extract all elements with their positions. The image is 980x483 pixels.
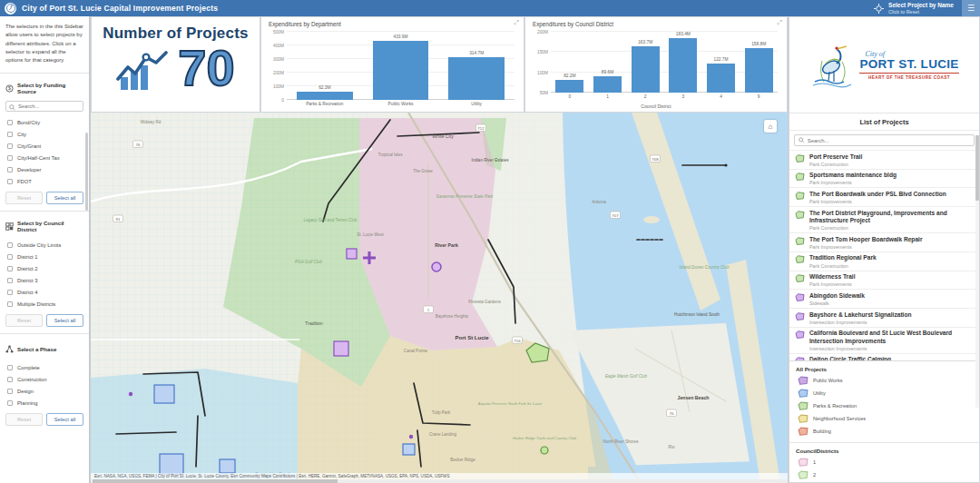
sidebar-scrollbar[interactable] (85, 133, 88, 211)
checkbox[interactable] (7, 167, 13, 172)
project-list-item[interactable]: The Port District Playground, Improvemen… (789, 207, 979, 233)
x-category-label: Utility (471, 102, 482, 106)
legend-item: Parks & Recreation (789, 399, 979, 412)
svg-text:$: $ (8, 86, 11, 92)
checkbox-option[interactable]: Developer (0, 163, 89, 175)
checkbox-option[interactable]: Complete (0, 361, 89, 373)
checkbox-option[interactable]: District 2 (0, 262, 89, 274)
menu-button[interactable]: ☰ (962, 0, 980, 16)
category-swatch-icon (795, 237, 805, 245)
checkbox[interactable] (7, 377, 13, 382)
checkbox[interactable] (7, 242, 13, 248)
select-all-button[interactable]: Select all (46, 413, 83, 426)
scrollbar-thumb[interactable] (975, 135, 979, 201)
category-swatch-icon (798, 427, 808, 436)
reset-button[interactable]: Reset (5, 192, 43, 204)
map-canvas[interactable]: 7691712708707171676 Midway RdWhite CityT… (91, 113, 788, 483)
bar-0[interactable] (555, 80, 583, 93)
project-list-item[interactable]: California Boulevard and St Lucie West B… (789, 328, 979, 354)
map-place-label: White City (432, 133, 454, 139)
bar-Parks & Recreation[interactable] (297, 92, 353, 100)
bar-3[interactable] (669, 38, 697, 93)
project-list-item[interactable]: Tradition Regional ParkPark Construction (789, 252, 979, 271)
section-header[interactable]: Select a Phase (0, 340, 89, 357)
checkbox[interactable] (7, 254, 13, 260)
y-tick-label: 100M (273, 84, 284, 89)
section-header[interactable]: $Select by Funding Source (0, 80, 89, 96)
project-marker-purple-dot[interactable] (129, 392, 132, 396)
project-marker-purple[interactable] (347, 249, 357, 259)
checkbox[interactable] (7, 365, 13, 370)
project-list-item[interactable]: Sportsmans maintenance bldgPark Improvem… (789, 170, 979, 189)
project-point[interactable] (724, 163, 727, 166)
project-marker-green[interactable] (541, 447, 548, 454)
reset-button[interactable]: Reset (5, 314, 43, 327)
bar-Public Works[interactable] (373, 41, 429, 100)
checkbox-option[interactable]: City/Half-Cent Tax (0, 152, 89, 163)
select-all-button[interactable]: Select all (46, 192, 83, 204)
project-marker-blue[interactable] (160, 454, 183, 474)
bar-Utility[interactable] (448, 57, 505, 100)
checkbox-option[interactable]: FDOT (0, 175, 89, 187)
bar-2[interactable] (632, 46, 660, 93)
project-list-item[interactable]: The Port Tom Hooper Boardwalk RepairPark… (789, 233, 979, 252)
checkbox-option[interactable]: District 3 (0, 274, 89, 286)
reset-button[interactable]: Reset (5, 413, 43, 426)
project-marker-blue[interactable] (403, 444, 415, 455)
checkbox-option[interactable]: Multiple Districts (0, 298, 89, 310)
checkbox[interactable] (7, 155, 13, 161)
section-search-box (5, 101, 83, 112)
chart-expand-icon[interactable]: ⤢ (514, 19, 519, 26)
category-swatch-icon (798, 389, 808, 398)
project-list-item[interactable]: Dalton Circle Traffic CalmingTraffic Cal… (789, 354, 979, 360)
project-search-input[interactable] (808, 138, 970, 143)
right-panel-scrollbar[interactable] (975, 135, 979, 408)
checkbox-option[interactable]: District 4 (0, 286, 89, 298)
funding-source-icon: $ (5, 80, 14, 96)
checkbox-option[interactable]: District 1 (0, 251, 89, 262)
checkbox-option[interactable]: Outside City Limits (0, 239, 89, 251)
checkbox[interactable] (7, 132, 13, 137)
checkbox[interactable] (7, 278, 13, 283)
project-marker-purple-circle[interactable] (432, 262, 441, 271)
checkbox-option[interactable]: City (0, 128, 89, 140)
checkbox-option[interactable]: Planning (0, 397, 89, 409)
project-list-item[interactable]: Bayshore & Lakehurst SignalizationInters… (789, 309, 979, 328)
section-header[interactable]: Select by Council District (0, 218, 89, 234)
checkbox[interactable] (7, 143, 13, 149)
project-marker-purple[interactable] (334, 341, 348, 356)
section-search-input[interactable] (18, 104, 80, 109)
checkbox[interactable] (7, 290, 13, 295)
project-list-item[interactable]: Port Preserve TrailPark Construction (789, 151, 979, 170)
checkbox[interactable] (7, 389, 13, 394)
checkbox[interactable] (7, 400, 13, 406)
map-home-button[interactable]: ⌂ (764, 120, 777, 133)
scrollbar-thumb[interactable] (93, 479, 338, 483)
checkbox-option[interactable]: Construction (0, 373, 89, 385)
bar-9[interactable] (745, 48, 773, 93)
category-swatch-icon (795, 255, 805, 263)
checkbox-option[interactable]: Bond/City (0, 116, 89, 128)
project-marker-blue[interactable] (154, 385, 174, 403)
legend-group-title: CouncilDistricts (789, 443, 979, 456)
select-all-button[interactable]: Select all (46, 314, 83, 327)
project-marker-blue[interactable] (220, 459, 235, 473)
project-list-item[interactable]: Abingdon SidewalkSidewalk (789, 290, 979, 309)
checkbox[interactable] (7, 266, 13, 271)
road-shield-number: 76 (670, 411, 674, 416)
bar-1[interactable] (593, 76, 622, 93)
project-list-item[interactable]: Wilderness TrailPark Improvements (789, 271, 979, 291)
checkbox[interactable] (7, 301, 13, 307)
project-marker-purple-dot[interactable] (409, 435, 413, 439)
project-category: Park Construction (809, 162, 862, 167)
select-project-by-name-button[interactable]: Select Project by Name Click to Reset (866, 0, 962, 16)
project-name: Tradition Regional Park (809, 254, 877, 261)
checkbox-option[interactable]: City/Grant (0, 140, 89, 152)
checkbox[interactable] (7, 120, 13, 125)
checkbox[interactable] (7, 179, 13, 184)
project-list-item[interactable]: The Port Boardwalk under PSL Blvd Connec… (789, 188, 979, 207)
bar-4[interactable] (707, 64, 735, 93)
checkbox-option[interactable]: Design (0, 385, 89, 397)
map-horizontal-scrollbar[interactable] (91, 479, 788, 483)
chart-expand-icon[interactable]: ⤢ (777, 19, 782, 26)
